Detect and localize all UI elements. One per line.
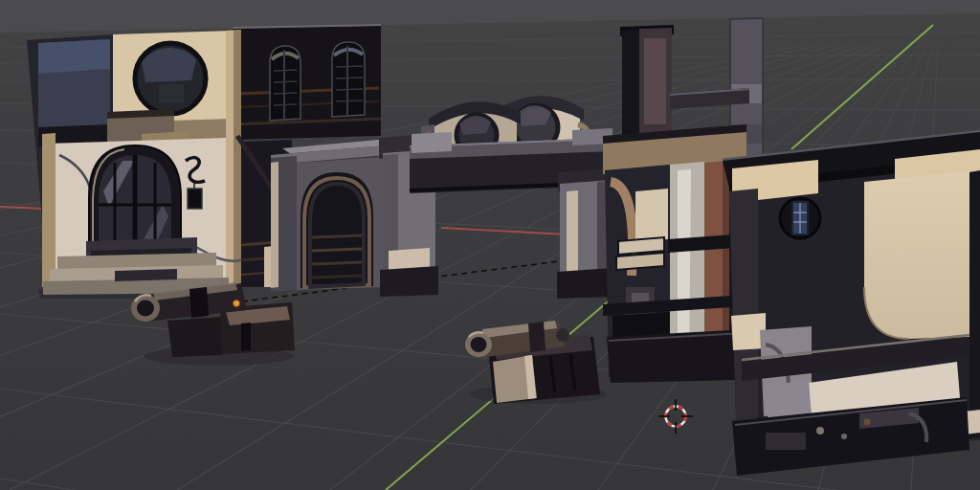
right-pillar-base	[380, 266, 438, 297]
left-trim-column	[42, 133, 56, 287]
stair-line	[312, 262, 362, 264]
round-window-inner	[159, 84, 184, 103]
curved-cream-panel	[864, 171, 969, 339]
chimney-panel	[644, 38, 666, 124]
3d-viewport[interactable]	[0, 0, 980, 490]
object-origin-point	[234, 301, 240, 307]
pillar-light-edge	[271, 162, 278, 288]
barrel-band	[528, 322, 546, 352]
side-wall-highlight	[38, 39, 110, 74]
stair-line	[312, 276, 362, 278]
muzzle-bore	[471, 337, 487, 352]
chimney-left-face	[622, 30, 639, 135]
beam-left-block	[412, 132, 452, 153]
carriage-left-block	[167, 317, 222, 357]
carriage-slot	[241, 323, 251, 351]
rivet	[841, 434, 847, 439]
stair-line	[312, 249, 362, 251]
viewport-canvas[interactable]	[0, 0, 980, 490]
rust-dot	[864, 419, 871, 426]
corner-trim-shade	[234, 30, 241, 287]
pillar-streak	[567, 190, 578, 280]
barrel-band	[189, 287, 209, 318]
drawer	[616, 253, 664, 270]
breech-knob	[556, 328, 569, 342]
stair-line	[312, 235, 362, 237]
object-large-corner-building[interactable]	[723, 131, 980, 476]
base-block	[766, 433, 806, 450]
pillar-base	[557, 268, 612, 299]
rivet	[816, 427, 824, 434]
muzzle-bore	[137, 301, 154, 317]
drawer	[618, 237, 664, 255]
right-edge-strip	[969, 170, 980, 438]
cream-panel	[635, 189, 668, 241]
